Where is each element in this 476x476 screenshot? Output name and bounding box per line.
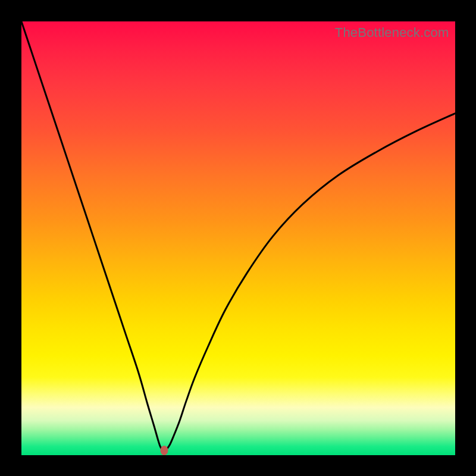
optimum-marker [161, 446, 168, 455]
bottleneck-curve [21, 21, 455, 451]
chart-frame: TheBottleneck.com [0, 0, 476, 476]
curve-svg [21, 21, 455, 455]
plot-area: TheBottleneck.com [21, 21, 455, 455]
